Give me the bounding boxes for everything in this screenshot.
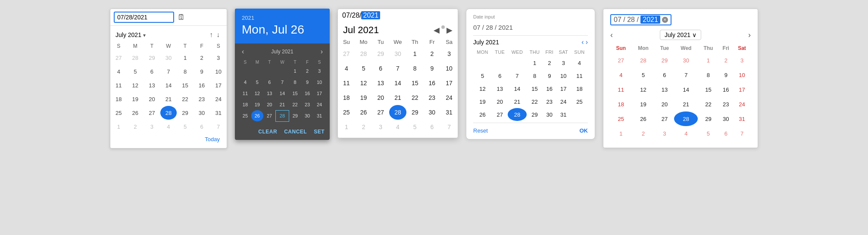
table-row[interactable]: 5 [406, 120, 424, 134]
table-row[interactable]: 31 [440, 105, 458, 120]
table-row[interactable]: 7 [508, 69, 526, 82]
table-row[interactable]: 24 [733, 97, 751, 111]
table-row[interactable]: 20 [372, 90, 389, 105]
table-row[interactable]: 4 [674, 126, 698, 141]
table-row[interactable]: 6 [655, 68, 674, 82]
table-row[interactable]: 19 [251, 99, 263, 110]
cal2-prev-btn[interactable]: ‹ [239, 47, 247, 56]
cal3-prev-btn[interactable]: ◀ [434, 25, 440, 35]
table-row[interactable]: 1 [406, 46, 424, 61]
table-row[interactable]: 25 [110, 106, 127, 120]
table-row[interactable]: 16 [718, 82, 733, 97]
table-row[interactable]: 6 [492, 69, 508, 82]
table-row[interactable]: 9 [543, 69, 556, 82]
table-row[interactable]: 17 [440, 76, 458, 90]
table-row[interactable]: 1 [698, 53, 718, 68]
table-row[interactable]: 5 [127, 65, 144, 78]
cal2-cancel-btn[interactable]: CANCEL [284, 129, 307, 135]
table-row[interactable]: 4 [160, 120, 177, 133]
table-row[interactable]: 10 [733, 68, 751, 82]
table-row[interactable]: 29 [655, 53, 674, 68]
table-row[interactable]: 11 [610, 82, 632, 97]
table-row[interactable]: 5 [473, 69, 492, 82]
cal5-prev-btn[interactable]: ‹ [610, 31, 613, 40]
table-row[interactable]: 4 [389, 120, 406, 134]
table-row[interactable]: 8 [177, 65, 194, 78]
table-row[interactable]: 27 [110, 51, 127, 65]
table-row[interactable]: 27 [338, 46, 355, 61]
table-row[interactable]: 10 [556, 69, 571, 82]
table-row[interactable]: 18 [571, 82, 588, 95]
table-row[interactable]: 15 [527, 82, 543, 95]
cal4-ok-btn[interactable]: OK [580, 127, 588, 134]
table-row[interactable]: 24 [440, 90, 458, 105]
table-row[interactable]: 13 [144, 78, 160, 92]
table-row[interactable]: 11 [239, 88, 251, 99]
table-row[interactable]: 20 [492, 95, 508, 108]
table-row[interactable]: 9 [424, 61, 441, 76]
table-row[interactable]: 22 [698, 97, 718, 111]
table-row[interactable]: 7 [210, 120, 227, 133]
table-row[interactable]: 21 [160, 92, 177, 106]
table-row[interactable]: 26 [632, 111, 655, 126]
cal1-next-btn[interactable]: ↓ [215, 30, 222, 40]
table-row[interactable]: 6 [424, 120, 441, 134]
table-row[interactable]: 3 [372, 120, 389, 134]
table-row[interactable]: 14 [508, 82, 526, 95]
table-row[interactable]: 17 [210, 78, 227, 92]
table-row[interactable]: 5 [698, 126, 718, 141]
table-row[interactable] [473, 56, 492, 69]
table-row[interactable]: 27 [655, 111, 674, 126]
table-row[interactable]: 4 [239, 77, 251, 88]
table-row[interactable]: 13 [655, 82, 674, 97]
table-row[interactable]: 4 [110, 65, 127, 78]
table-row[interactable]: 25 [610, 111, 632, 126]
table-row[interactable]: 4 [338, 61, 355, 76]
table-row[interactable]: 6 [194, 120, 210, 133]
table-row[interactable]: 4 [610, 68, 632, 82]
table-row[interactable]: 30 [718, 111, 733, 126]
table-row[interactable]: 1 [610, 126, 632, 141]
table-row[interactable]: 15 [406, 76, 424, 90]
cal2-set-btn[interactable]: SET [314, 129, 325, 135]
table-row[interactable]: 2 [355, 120, 372, 134]
table-row[interactable]: 6 [144, 65, 160, 78]
table-row[interactable]: 11 [338, 76, 355, 90]
table-row[interactable]: 25 [338, 105, 355, 120]
table-row[interactable]: 5 [177, 120, 194, 133]
table-row[interactable]: 27 [372, 105, 389, 120]
table-row[interactable]: 6 [718, 126, 733, 141]
table-row[interactable]: 9 [194, 65, 210, 78]
table-row[interactable]: 9 [718, 68, 733, 82]
table-row[interactable]: 20 [655, 97, 674, 111]
table-row[interactable]: 9 [301, 77, 313, 88]
table-row[interactable]: 2 [301, 65, 313, 77]
table-row[interactable]: 29 [177, 106, 194, 120]
table-row[interactable]: 3 [556, 56, 571, 69]
table-row[interactable]: 5 [632, 68, 655, 82]
table-row[interactable]: 18 [610, 97, 632, 111]
table-row[interactable]: 3 [655, 126, 674, 141]
cal4-next-btn[interactable]: › [586, 38, 588, 46]
table-row[interactable]: 29 [144, 51, 160, 65]
table-row[interactable]: 12 [632, 82, 655, 97]
table-row[interactable]: 12 [127, 78, 144, 92]
table-row[interactable]: 1 [338, 120, 355, 134]
table-row[interactable]: 23 [194, 92, 210, 106]
table-row[interactable]: 10 [313, 77, 325, 88]
table-row[interactable]: 8 [289, 77, 301, 88]
table-row[interactable]: 26 [473, 108, 492, 121]
table-row[interactable]: 25 [571, 95, 588, 108]
cal5-month-btn[interactable]: July 2021 ∨ [660, 30, 701, 40]
table-row[interactable]: 31 [556, 108, 571, 121]
table-row[interactable]: 15 [289, 88, 301, 99]
table-row[interactable]: 16 [301, 88, 313, 99]
table-row[interactable]: 29 [372, 46, 389, 61]
table-row[interactable]: 21 [389, 90, 406, 105]
table-row[interactable]: 13 [372, 76, 389, 90]
table-row[interactable]: 27 [144, 106, 160, 120]
table-row[interactable]: 26 [355, 105, 372, 120]
table-row[interactable]: 23 [718, 97, 733, 111]
cal4-prev-btn[interactable]: ‹ [581, 38, 584, 46]
table-row[interactable]: 31 [210, 106, 227, 120]
